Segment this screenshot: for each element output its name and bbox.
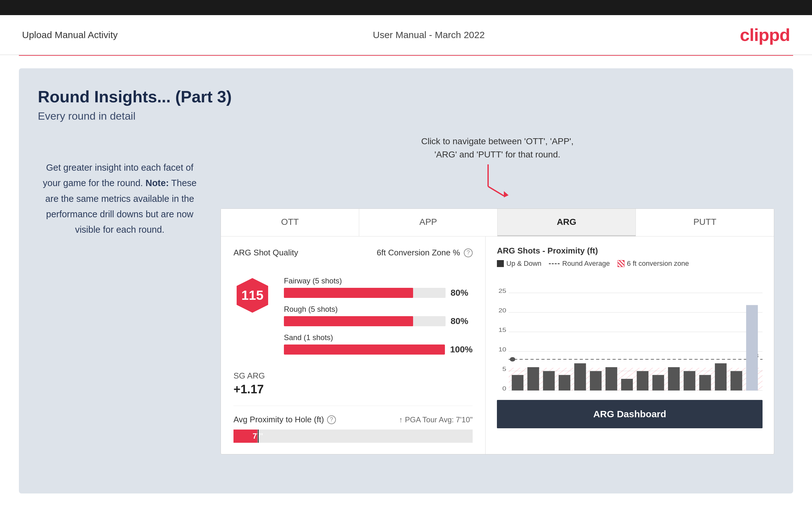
tab-arg[interactable]: ARG: [498, 209, 636, 236]
svg-rect-23: [527, 367, 539, 391]
bar-fairway: Fairway (5 shots) 80%: [284, 277, 473, 298]
bar-fairway-outer: 80%: [284, 288, 473, 298]
proximity-help-icon[interactable]: ?: [327, 415, 336, 424]
legend-dashed-icon: [549, 263, 560, 264]
sg-section: SG ARG +1.17: [234, 371, 473, 396]
header: Upload Manual Activity User Manual - Mar…: [0, 15, 812, 55]
chart-svg: 0 5 10 15 20 25 30: [497, 274, 763, 394]
bar-sand-outer: 100%: [284, 344, 473, 354]
dash-right: ARG Shots - Proximity (ft) Up & Down Rou…: [486, 236, 774, 454]
bar-rough-track: [284, 316, 446, 326]
svg-text:5: 5: [502, 366, 506, 372]
svg-line-1: [488, 186, 504, 196]
user-manual-date: User Manual - March 2022: [373, 30, 485, 40]
upload-manual-label: Upload Manual Activity: [22, 30, 118, 40]
legend-6ft: 6 ft conversion zone: [618, 260, 689, 268]
bar-sand-pct: 100%: [450, 344, 473, 354]
dashboard-panel: OTT APP ARG PUTT: [220, 209, 774, 454]
chart-legend: Up & Down Round Average 6 ft conversion …: [497, 260, 689, 268]
svg-rect-33: [684, 371, 696, 391]
proximity-section: Avg Proximity to Hole (ft) ? ↑ PGA Tour …: [234, 406, 473, 443]
tab-putt[interactable]: PUTT: [636, 209, 774, 236]
dashboard-content: ARG Shot Quality 6ft Conversion Zone % ?: [221, 236, 774, 454]
legend-updown: Up & Down: [497, 260, 541, 268]
clippd-logo: clippd: [740, 24, 790, 45]
tab-app[interactable]: APP: [359, 209, 498, 236]
dash-left: ARG Shot Quality 6ft Conversion Zone % ?: [221, 236, 486, 454]
bar-fairway-label: Fairway (5 shots): [284, 277, 473, 285]
svg-point-20: [510, 357, 515, 361]
hex-number: 115: [241, 288, 263, 303]
main-content: Round Insights... (Part 3) Every round i…: [19, 68, 793, 494]
svg-rect-35: [715, 363, 727, 391]
right-panel: Click to navigate between 'OTT', 'APP', …: [220, 135, 774, 454]
svg-rect-37: [746, 305, 758, 391]
svg-text:15: 15: [499, 327, 506, 333]
svg-rect-28: [606, 367, 617, 391]
svg-rect-26: [574, 363, 586, 391]
bars-container: Fairway (5 shots) 80%: [284, 277, 473, 361]
chart-title: ARG Shots - Proximity (ft): [497, 246, 598, 256]
legend-6ft-label: 6 ft conversion zone: [627, 260, 689, 268]
legend-updown-label: Up & Down: [506, 260, 541, 268]
bar-fairway-fill: [284, 288, 413, 298]
chart-area: 0 5 10 15 20 25 30: [497, 274, 763, 394]
nav-instruction-line1: Click to navigate between 'OTT', 'APP', …: [220, 135, 774, 161]
pga-avg: ↑ PGA Tour Avg: 7'10": [399, 415, 473, 424]
chart-header: ARG Shots - Proximity (ft) Up & Down Rou…: [497, 246, 763, 268]
shot-quality-label: ARG Shot Quality: [234, 248, 298, 258]
tab-ott[interactable]: OTT: [221, 209, 359, 236]
svg-text:20: 20: [499, 307, 506, 314]
bar-sand-track: [284, 344, 445, 354]
bar-sand: Sand (1 shots) 100%: [284, 333, 473, 354]
conversion-help-icon[interactable]: ?: [464, 248, 473, 257]
svg-rect-24: [543, 371, 555, 391]
svg-rect-34: [699, 375, 711, 391]
content-layout: Get greater insight into each facet of y…: [38, 135, 774, 454]
bar-fairway-pct: 80%: [451, 288, 473, 298]
svg-rect-31: [652, 375, 664, 391]
note-label: Note:: [146, 178, 169, 188]
bar-fairway-track: [284, 288, 446, 298]
dash-section-headers: ARG Shot Quality 6ft Conversion Zone % ?: [234, 248, 473, 267]
legend-roundavg-label: Round Average: [562, 260, 610, 268]
bar-rough-pct: 80%: [451, 316, 473, 326]
hex-bars-row: 115 Fairway (5 shots): [234, 277, 473, 361]
sg-value: +1.17: [234, 383, 473, 396]
page-subtitle: Every round in detail: [38, 110, 774, 122]
svg-rect-25: [559, 375, 570, 391]
svg-marker-2: [504, 191, 509, 198]
svg-rect-32: [668, 367, 680, 391]
nav-arrow-icon: [478, 161, 516, 199]
svg-text:25: 25: [499, 288, 506, 294]
svg-text:0: 0: [502, 385, 506, 392]
svg-rect-27: [590, 371, 602, 391]
bar-rough-label: Rough (5 shots): [284, 305, 473, 314]
proximity-bar-track: 77': [234, 430, 473, 443]
svg-rect-30: [637, 371, 649, 391]
arg-dashboard-button[interactable]: ARG Dashboard: [497, 400, 763, 428]
page-title: Round Insights... (Part 3): [38, 87, 774, 106]
nav-instruction-area: Click to navigate between 'OTT', 'APP', …: [220, 135, 774, 199]
bar-rough-fill: [284, 316, 413, 326]
tab-bar: OTT APP ARG PUTT: [221, 209, 774, 236]
svg-text:30: 30: [499, 274, 506, 275]
svg-rect-36: [730, 371, 742, 391]
legend-roundavg: Round Average: [549, 260, 610, 268]
header-divider: [19, 55, 793, 56]
conversion-label: 6ft Conversion Zone % ?: [377, 248, 473, 258]
bar-rough: Rough (5 shots) 80%: [284, 305, 473, 326]
svg-text:10: 10: [499, 346, 506, 353]
hexagon-wrapper: 115: [234, 277, 271, 314]
bar-rough-outer: 80%: [284, 316, 473, 326]
left-panel: Get greater insight into each facet of y…: [38, 135, 202, 454]
proximity-header: Avg Proximity to Hole (ft) ? ↑ PGA Tour …: [234, 415, 473, 425]
legend-hatch-icon: [618, 260, 624, 267]
bar-sand-fill: [284, 344, 445, 354]
sg-label: SG ARG: [234, 371, 473, 381]
svg-rect-29: [621, 379, 633, 391]
proximity-title: Avg Proximity to Hole (ft) ?: [234, 415, 336, 425]
legend-updown-icon: [497, 260, 504, 267]
bar-sand-label: Sand (1 shots): [284, 333, 473, 342]
top-bar: [0, 0, 812, 15]
